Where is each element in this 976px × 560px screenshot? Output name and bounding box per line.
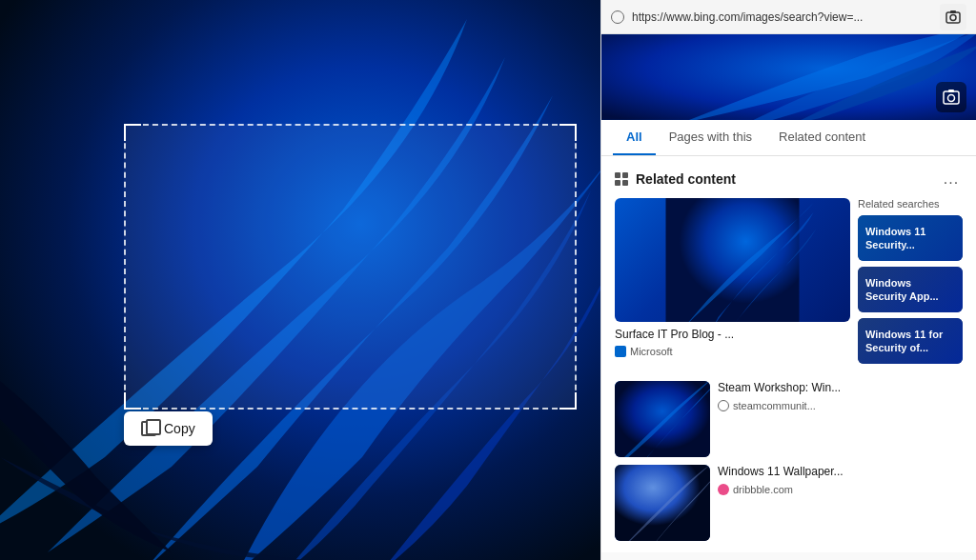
svg-rect-1 bbox=[946, 12, 960, 23]
steam-card-title: Steam Workshop: Win... bbox=[718, 381, 963, 396]
main-image-area: Copy bbox=[0, 0, 600, 560]
result-card-dribbble[interactable]: Windows 11 Wallpaper... dribbble.com bbox=[615, 465, 963, 541]
result-card-steam[interactable]: Steam Workshop: Win... steamcommunit... bbox=[615, 381, 963, 457]
dribbble-source-text: dribbble.com bbox=[733, 484, 793, 495]
visual-search-overlay[interactable] bbox=[936, 82, 966, 112]
main-card-source: Microsoft bbox=[615, 346, 850, 357]
svg-point-2 bbox=[950, 14, 956, 20]
steam-source-text: steamcommunit... bbox=[733, 400, 816, 411]
dribbble-thumbnail bbox=[615, 465, 710, 541]
copy-icon bbox=[141, 421, 156, 436]
corner-handle-bl[interactable] bbox=[124, 392, 141, 410]
dribbble-favicon bbox=[718, 484, 729, 495]
main-card-source-text: Microsoft bbox=[630, 346, 673, 357]
tab-bar: All Pages with this Related content bbox=[601, 120, 976, 156]
steam-thumbnail bbox=[615, 381, 710, 457]
browser-sidebar: https://www.bing.com/images/search?view=… bbox=[600, 0, 976, 560]
main-card-title: Surface IT Pro Blog - ... bbox=[615, 328, 850, 343]
search-chip-1[interactable]: Windows 11 Security... bbox=[858, 215, 963, 261]
visual-search-button[interactable] bbox=[940, 4, 966, 30]
copy-button-label: Copy bbox=[164, 421, 195, 436]
microsoft-favicon bbox=[615, 346, 626, 357]
content-area[interactable]: Related content ... bbox=[601, 156, 976, 560]
related-searches-title: Related searches bbox=[858, 198, 963, 210]
main-card-info: Surface IT Pro Blog - ... Microsoft bbox=[615, 322, 850, 357]
corner-handle-tl[interactable] bbox=[124, 124, 141, 141]
steam-card-source: steamcommunit... bbox=[718, 400, 963, 411]
content-grid: Surface IT Pro Blog - ... Microsoft Rela… bbox=[601, 198, 976, 381]
more-options-button[interactable]: ... bbox=[940, 168, 963, 190]
address-bar: https://www.bing.com/images/search?view=… bbox=[601, 0, 976, 34]
copy-button[interactable]: Copy bbox=[124, 411, 213, 446]
more-results: Steam Workshop: Win... steamcommunit... bbox=[601, 381, 976, 552]
svg-point-6 bbox=[948, 95, 955, 102]
section-header: Related content ... bbox=[601, 156, 976, 198]
dribbble-card-title: Windows 11 Wallpaper... bbox=[718, 465, 963, 480]
grid-icon bbox=[615, 172, 628, 186]
image-preview bbox=[601, 34, 976, 120]
svg-rect-3 bbox=[950, 10, 956, 13]
section-title: Related content bbox=[615, 171, 736, 187]
tab-all[interactable]: All bbox=[613, 120, 656, 155]
related-searches-panel: Related searches Windows 11 Security... … bbox=[858, 198, 963, 370]
section-title-text: Related content bbox=[636, 171, 736, 187]
main-result-card[interactable]: Surface IT Pro Blog - ... Microsoft bbox=[615, 198, 850, 370]
dribbble-card-info: Windows 11 Wallpaper... dribbble.com bbox=[718, 465, 963, 495]
search-chip-2[interactable]: Windows Security App... bbox=[858, 267, 963, 312]
corner-handle-tr[interactable] bbox=[559, 124, 577, 141]
svg-rect-7 bbox=[948, 90, 954, 92]
corner-handle-br[interactable] bbox=[559, 392, 577, 410]
dribbble-card-source: dribbble.com bbox=[718, 484, 963, 495]
lock-icon bbox=[611, 10, 624, 24]
tab-related-content[interactable]: Related content bbox=[765, 120, 879, 155]
svg-rect-8 bbox=[666, 198, 800, 322]
steam-card-info: Steam Workshop: Win... steamcommunit... bbox=[718, 381, 963, 411]
tab-pages-with-this[interactable]: Pages with this bbox=[656, 120, 765, 155]
main-card-thumbnail bbox=[615, 198, 850, 322]
selection-region[interactable] bbox=[124, 124, 577, 410]
search-chip-3[interactable]: Windows 11 for Security of... bbox=[858, 318, 963, 364]
globe-icon bbox=[718, 400, 729, 411]
url-text: https://www.bing.com/images/search?view=… bbox=[632, 10, 932, 24]
